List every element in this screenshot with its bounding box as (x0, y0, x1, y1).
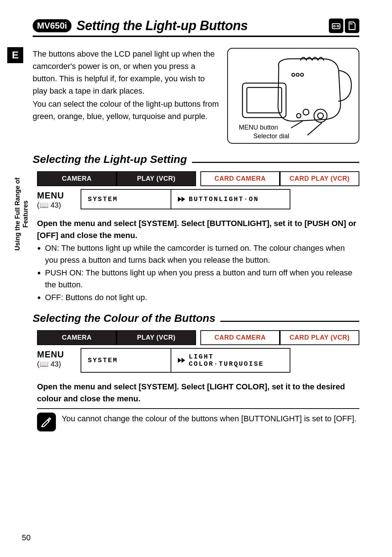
mode-play-vcr: PLAY (VCR) (117, 171, 196, 186)
option-off: OFF: Buttons do not light up. (45, 291, 359, 303)
section2-mode-bar: CAMERA PLAY (VCR) CARD CAMERA CARD PLAY … (37, 330, 359, 345)
card-icon (345, 19, 359, 33)
svg-point-2 (337, 25, 339, 27)
section1-options: ON: The buttons light up while the camco… (37, 242, 359, 303)
menu-page-ref: (📖 43) (37, 201, 81, 209)
section1-heading: Selecting the Light-up Setting (33, 153, 359, 165)
section1-menu-path: MENU (📖 43) SYSTEM BUTTONLIGHT·ON (37, 189, 359, 209)
illus-label-dial: Selector dial (253, 132, 289, 140)
section2-heading: Selecting the Colour of the Buttons (33, 312, 359, 324)
mode-card-play-vcr: CARD PLAY (VCR) (280, 330, 359, 345)
mode-camera: CAMERA (37, 171, 117, 186)
section-tab: E (7, 47, 23, 63)
section1-mode-bar: CAMERA PLAY (VCR) CARD CAMERA CARD PLAY … (37, 171, 359, 186)
mode-camera: CAMERA (37, 330, 117, 345)
svg-point-6 (318, 113, 323, 119)
option-push-on: PUSH ON: The buttons light up when you p… (45, 267, 359, 291)
menu-label: MENU (37, 349, 81, 360)
note-text: You cannot change the colour of the butt… (62, 413, 356, 425)
svg-rect-4 (247, 87, 282, 113)
mode-card-camera: CARD CAMERA (200, 330, 280, 345)
model-badge: MV650i (33, 19, 72, 32)
intro-text: The buttons above the LCD panel light up… (33, 48, 221, 144)
menu-path-buttonlight: BUTTONLIGHT·ON (171, 189, 290, 209)
intro-paragraph-2: You can select the colour of the light-u… (33, 98, 221, 123)
svg-point-9 (292, 73, 295, 76)
menu-path-lightcolor: LIGHT COLOR·TURQUOISE (171, 348, 290, 373)
mode-card-camera: CARD CAMERA (200, 171, 280, 186)
mode-card-play-vcr: CARD PLAY (VCR) (280, 171, 359, 186)
menu-label: MENU (37, 191, 81, 201)
section1-instruction: Open the menu and select [SYSTEM]. Selec… (37, 217, 359, 241)
option-on: ON: The buttons light up while the camco… (45, 242, 359, 266)
tape-icon (329, 19, 343, 33)
page-title: Setting the Light-up Buttons (77, 18, 329, 33)
svg-point-8 (297, 114, 301, 118)
svg-point-7 (303, 109, 309, 115)
svg-line-12 (291, 121, 302, 128)
section2-instruction: Open the menu and select [SYSTEM]. Selec… (37, 381, 359, 405)
section2-heading-text: Selecting the Colour of the Buttons (33, 312, 215, 324)
svg-line-13 (308, 123, 322, 135)
menu-page-ref: (📖 43) (37, 360, 81, 368)
camcorder-illustration: MENU button Selector dial (227, 48, 359, 144)
menu-path-system: SYSTEM (81, 348, 171, 373)
mode-play-vcr: PLAY (VCR) (117, 330, 196, 345)
intro-paragraph-1: The buttons above the LCD panel light up… (33, 48, 221, 97)
svg-point-5 (314, 109, 327, 122)
svg-point-11 (301, 73, 303, 76)
section1-heading-text: Selecting the Light-up Setting (33, 153, 187, 165)
illus-label-menu: MENU button (239, 124, 278, 131)
section2-menu-path: MENU (📖 43) SYSTEM LIGHT COLOR·TURQUOISE (37, 348, 359, 373)
title-icons (329, 19, 359, 33)
side-label: Using the Full Range of Features (14, 174, 29, 254)
svg-point-10 (296, 73, 299, 76)
section2-note: You cannot change the colour of the butt… (37, 408, 359, 431)
menu-path-system: SYSTEM (81, 189, 171, 209)
page-header: MV650i Setting the Light-up Buttons (33, 18, 359, 37)
page-number: 50 (22, 533, 30, 542)
note-icon (37, 413, 56, 431)
svg-point-1 (334, 25, 335, 27)
